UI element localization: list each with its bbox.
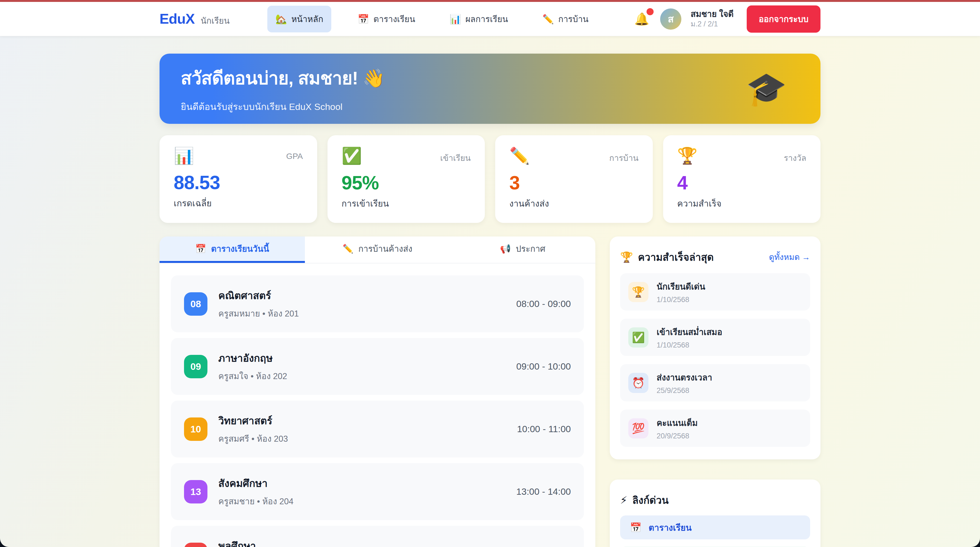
notifications-button[interactable]: 🔔 xyxy=(634,12,649,26)
hour-badge: 13 xyxy=(184,480,207,504)
subject-name: สังคมศึกษา xyxy=(218,475,506,491)
achievement-date: 20/9/2568 xyxy=(657,432,698,440)
schedule-list: 08 คณิตศาสตร์ ครูสมหมาย • ห้อง 201 08:00… xyxy=(159,264,595,547)
stat-label: รางวัล xyxy=(784,151,806,164)
calendar-icon: 📅 xyxy=(195,243,206,254)
logout-button[interactable]: ออกจากระบบ xyxy=(747,5,821,33)
alarm-clock-icon: ⏰ xyxy=(628,373,648,393)
nav-item-label: หน้าหลัก xyxy=(291,12,323,26)
nav-item-grades[interactable]: 📊 ผลการเรียน xyxy=(441,6,516,32)
stat-card-gpa: 📊 GPA 88.53 เกรดเฉลี่ย xyxy=(159,135,317,223)
hour-badge: 10 xyxy=(184,417,207,441)
quick-links-title-row: ⚡ ลิงก์ด่วน xyxy=(620,492,668,508)
subject-name: คณิตศาสตร์ xyxy=(218,287,506,304)
sidebar: 🏆 ความสำเร็จล่าสุด ดูทั้งหมด → 🏆 นักเรีย… xyxy=(610,237,821,547)
quick-link-schedule[interactable]: 📅 ตารางเรียน xyxy=(620,515,810,539)
subject-time: 13:00 - 14:00 xyxy=(516,486,571,497)
graduation-cap-icon: 🎓 xyxy=(746,72,787,105)
tab-today-schedule[interactable]: 📅 ตารางเรียนวันนี้ xyxy=(159,237,305,263)
stat-label: เข้าเรียน xyxy=(440,151,471,164)
schedule-panel: 📅 ตารางเรียนวันนี้ ✏️ การบ้านค้างส่ง 📢 ป… xyxy=(159,237,595,547)
achievement-title: คะแนนเต็ม xyxy=(657,416,698,430)
stat-sublabel: เกรดเฉลี่ย xyxy=(174,196,303,210)
subject-name: ภาษาอังกฤษ xyxy=(218,350,506,366)
achievement-date: 1/10/2568 xyxy=(657,341,722,350)
hour-badge: 14 xyxy=(184,543,207,547)
lightning-icon: ⚡ xyxy=(620,494,627,506)
stat-value: 95% xyxy=(342,172,471,194)
bell-icon: 🔔 xyxy=(634,12,649,25)
achievement-item[interactable]: ✅ เข้าเรียนสม่ำเสมอ 1/10/2568 xyxy=(620,319,810,356)
stat-value: 4 xyxy=(677,172,807,194)
quick-link-label: ตารางเรียน xyxy=(648,521,692,534)
trophy-icon: 🏆 xyxy=(677,148,698,164)
avatar-initial: ส xyxy=(668,11,674,27)
calendar-icon: 📅 xyxy=(358,14,369,24)
achievement-date: 1/10/2568 xyxy=(657,296,705,304)
tab-pending-homework[interactable]: ✏️ การบ้านค้างส่ง xyxy=(305,237,450,263)
subject-meta: ครูสมหมาย • ห้อง 201 xyxy=(218,307,506,320)
stat-label: การบ้าน xyxy=(609,151,639,164)
tab-label: ตารางเรียนวันนี้ xyxy=(211,242,269,256)
calendar-icon: 📅 xyxy=(630,522,641,533)
pencil-icon: ✏️ xyxy=(342,243,353,254)
stat-card-awards: 🏆 รางวัล 4 ความสำเร็จ xyxy=(663,135,821,223)
check-mark-icon: ✅ xyxy=(628,328,648,348)
bar-chart-icon: 📊 xyxy=(174,148,194,164)
nav-item-label: ผลการเรียน xyxy=(466,12,508,26)
page-content: สวัสดีตอนบ่าย, สมชาย! 👋 ยินดีต้อนรับสู่ร… xyxy=(159,36,821,547)
header: EduX นักเรียน 🏡 หน้าหลัก 📅 ตารางเรียน 📊 … xyxy=(0,2,980,36)
achievements-card: 🏆 ความสำเร็จล่าสุด ดูทั้งหมด → 🏆 นักเรีย… xyxy=(610,237,821,460)
stat-sublabel: งานค้างส่ง xyxy=(509,197,639,210)
achievement-title: เข้าเรียนสม่ำเสมอ xyxy=(657,325,722,339)
bar-chart-icon: 📊 xyxy=(449,14,461,24)
subject-meta: ครูสมชาย • ห้อง 204 xyxy=(218,495,506,508)
hour-badge: 09 xyxy=(184,355,207,378)
schedule-row[interactable]: 13 สังคมศึกษา ครูสมชาย • ห้อง 204 13:00 … xyxy=(171,463,584,520)
stat-value: 3 xyxy=(509,172,639,194)
megaphone-icon: 📢 xyxy=(500,243,511,254)
welcome-title: สวัสดีตอนบ่าย, สมชาย! 👋 xyxy=(181,64,385,92)
pencil-icon: ✏️ xyxy=(509,148,530,164)
tab-label: ประกาศ xyxy=(516,242,546,256)
app-window: EduX นักเรียน 🏡 หน้าหลัก 📅 ตารางเรียน 📊 … xyxy=(0,0,980,547)
brand-logo: EduX xyxy=(159,11,195,27)
subject-name: วิทยาศาสตร์ xyxy=(218,413,506,429)
user-name: สมชาย ใจดี xyxy=(690,9,733,20)
stat-card-homework: ✏️ การบ้าน 3 งานค้างส่ง xyxy=(495,135,653,223)
achievement-item[interactable]: 🏆 นักเรียนดีเด่น 1/10/2568 xyxy=(620,273,810,310)
pencil-icon: ✏️ xyxy=(542,14,554,24)
schedule-row[interactable]: 10 วิทยาศาสตร์ ครูสมศรี • ห้อง 203 10:00… xyxy=(171,401,584,458)
home-icon: 🏡 xyxy=(275,14,287,24)
trophy-icon: 🏆 xyxy=(620,251,633,263)
hour-badge: 08 xyxy=(184,292,207,316)
schedule-row[interactable]: 09 ภาษาอังกฤษ ครูสมใจ • ห้อง 202 09:00 -… xyxy=(171,338,584,395)
tab-announcements[interactable]: 📢 ประกาศ xyxy=(450,237,595,263)
header-right: 🔔 ส สมชาย ใจดี ม.2 / 2/1 ออกจากระบบ xyxy=(634,5,821,33)
schedule-row[interactable]: 14 พลศึกษา ครูสมศักดิ์ • สนามกีฬา 14:00 … xyxy=(171,526,584,547)
stat-sublabel: การเข้าเรียน xyxy=(342,197,471,210)
check-mark-icon: ✅ xyxy=(342,148,362,164)
achievement-item[interactable]: ⏰ ส่งงานตรงเวลา 25/9/2568 xyxy=(620,364,810,401)
top-accent-bar xyxy=(0,0,980,2)
achievements-title: ความสำเร็จล่าสุด xyxy=(638,249,713,265)
stat-value: 88.53 xyxy=(174,172,303,194)
welcome-subtitle: ยินดีต้อนรับสู่ระบบนักเรียน EduX School xyxy=(181,99,385,114)
view-all-link[interactable]: ดูทั้งหมด → xyxy=(769,251,810,264)
hundred-points-icon: 💯 xyxy=(628,418,648,439)
schedule-row[interactable]: 08 คณิตศาสตร์ ครูสมหมาย • ห้อง 201 08:00… xyxy=(171,275,584,332)
notification-dot xyxy=(646,8,654,15)
nav-item-label: ตารางเรียน xyxy=(374,12,415,26)
trophy-icon: 🏆 xyxy=(628,282,648,302)
nav-item-homework[interactable]: ✏️ การบ้าน xyxy=(534,6,597,32)
avatar[interactable]: ส xyxy=(660,8,681,30)
achievement-title: ส่งงานตรงเวลา xyxy=(657,370,712,384)
nav-item-home[interactable]: 🏡 หน้าหลัก xyxy=(267,6,332,32)
stat-card-attendance: ✅ เข้าเรียน 95% การเข้าเรียน xyxy=(328,135,485,223)
main-nav: 🏡 หน้าหลัก 📅 ตารางเรียน 📊 ผลการเรียน ✏️ … xyxy=(267,6,597,32)
nav-item-schedule[interactable]: 📅 ตารางเรียน xyxy=(349,6,423,32)
stats-row: 📊 GPA 88.53 เกรดเฉลี่ย ✅ เข้าเรียน 95% ก… xyxy=(159,135,821,223)
achievement-item[interactable]: 💯 คะแนนเต็ม 20/9/2568 xyxy=(620,410,810,447)
stat-sublabel: ความสำเร็จ xyxy=(677,197,807,210)
achievement-title: นักเรียนดีเด่น xyxy=(657,280,705,293)
